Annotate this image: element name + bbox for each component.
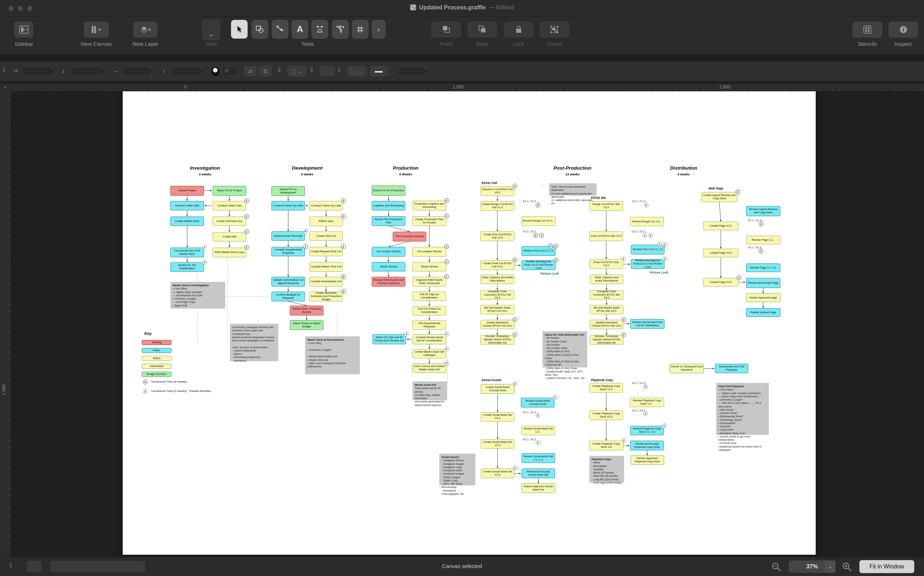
status-message: Canvas selected	[0, 563, 924, 569]
new-layer-label: New Layer	[133, 41, 158, 47]
inspect-button[interactable]: i	[889, 22, 918, 38]
flip-vertical-button[interactable]: ⇅	[259, 66, 272, 76]
stencils-label: Stencils	[858, 41, 877, 47]
x-position-field[interactable]	[22, 67, 55, 75]
rotation-field[interactable]: 0°	[222, 67, 238, 75]
format-bar: ⫴ ⇥ ⌃⌄ ⤓ ⌃⌄ ↔ ⌃⌄ ↕ ⌃⌄ 0° ⇄ ⇅ ⫴ ▢ ⌄ ⫴ ⫴ ⬚…	[0, 62, 924, 81]
text-tool-icon: A	[297, 24, 303, 34]
artboard-tool-button[interactable]	[352, 20, 369, 38]
height-field[interactable]	[172, 67, 204, 75]
fit-in-window-button[interactable]: Fit in Window	[859, 560, 914, 573]
vertical-ruler[interactable]: 1,000	[0, 91, 11, 557]
height-icon: ↕	[162, 67, 165, 74]
new-layer-button[interactable]	[134, 22, 157, 38]
selection-tool-button[interactable]	[231, 20, 248, 38]
formatbar-separator-2: ⫴	[310, 67, 315, 75]
status-bar: ⫴ Canvas selected 37% ⌄ Fit in Window	[0, 557, 924, 576]
front-label: Front	[440, 41, 452, 47]
sidebar-icon	[19, 26, 29, 34]
tools-label: Tools	[301, 41, 314, 47]
group-icon	[550, 25, 559, 34]
line-weight-control[interactable]	[370, 66, 387, 76]
selection-arrow-icon	[236, 25, 243, 33]
x-stepper[interactable]: ⌃⌄	[51, 67, 53, 75]
more-tools-chevron-icon: ›	[377, 25, 380, 34]
ruler-origin-marker: +	[0, 84, 11, 91]
back-label: Back	[476, 41, 488, 47]
y-position-icon: ⤓	[62, 67, 65, 74]
vertical-ruler-label: 1,000	[2, 384, 6, 395]
line-tool-button[interactable]	[272, 20, 288, 38]
style-well	[202, 19, 220, 40]
height-stepper[interactable]: ⌃⌄	[200, 67, 203, 75]
line-weight-stepper[interactable]: ⌃⌄	[388, 67, 390, 75]
flip-horizontal-button[interactable]: ⇄	[244, 66, 256, 76]
inspect-icon: i	[899, 25, 908, 34]
back-icon	[478, 25, 487, 34]
main-toolbar: Sidebar New Canvas New Layer Style A	[0, 17, 924, 54]
y-position-field[interactable]	[72, 67, 105, 75]
stencils-button[interactable]	[852, 22, 882, 38]
zoom-dropdown-chevron-icon[interactable]: ⌄	[825, 560, 836, 573]
zoom-out-icon[interactable]	[771, 562, 782, 573]
inspect-label: Inspect	[894, 41, 912, 47]
shape-tool-button[interactable]	[252, 20, 268, 38]
rotation-knob-icon[interactable]	[211, 67, 219, 76]
sidebar-label: Sidebar	[14, 41, 33, 47]
text-tool-button[interactable]: A	[292, 20, 308, 38]
width-stepper[interactable]: ⌃⌄	[150, 67, 153, 75]
front-icon	[441, 25, 451, 34]
line-tool-icon	[276, 25, 284, 33]
fill-style-dropdown[interactable]: ▢ ⌄	[287, 66, 306, 76]
fill-swatch-button[interactable]	[320, 66, 334, 76]
formatbar-separator-1: ⫴	[278, 67, 283, 75]
new-canvas-button[interactable]	[84, 22, 109, 38]
lock-label: Lock	[513, 41, 524, 47]
sidebar-button[interactable]	[14, 22, 33, 38]
edited-indicator: — Edited	[489, 4, 514, 10]
document-page[interactable]	[123, 91, 816, 555]
formatbar-separator-3: ⫴	[338, 67, 343, 75]
lock-button[interactable]	[504, 22, 533, 38]
formatbar-drag-handle[interactable]: ⫴	[3, 67, 8, 75]
group-label: Group	[547, 41, 562, 47]
x-position-icon: ⇥	[13, 67, 18, 74]
document-icon	[410, 4, 416, 10]
pen-tool-icon	[315, 25, 324, 33]
ruler-label: 2,000	[719, 85, 730, 90]
style-label: Style	[205, 41, 217, 47]
zoom-in-icon[interactable]	[842, 562, 852, 573]
more-tools-button[interactable]: ›	[372, 20, 385, 38]
point-editor-icon	[336, 25, 345, 33]
pen-tool-button[interactable]	[312, 20, 328, 38]
extra-stepper[interactable]: ⌃⌄	[424, 67, 427, 75]
title-bar: Updated Process.graffle — Edited	[0, 0, 924, 17]
new-layer-icon	[140, 25, 151, 34]
window-title: Updated Process.graffle — Edited	[0, 4, 924, 11]
width-field[interactable]	[122, 67, 155, 75]
new-canvas-label: New Canvas	[81, 41, 112, 47]
style-swatch-icon	[208, 34, 214, 38]
stencils-icon	[863, 25, 872, 34]
y-stepper[interactable]: ⌃⌄	[100, 67, 103, 75]
horizontal-ruler[interactable]: 01,0002,000	[11, 84, 924, 91]
svg-text:i: i	[903, 27, 904, 32]
front-button[interactable]	[431, 22, 461, 38]
stroke-style-dropdown[interactable]: ⬚ ⌄	[347, 66, 366, 76]
canvas-viewport[interactable]: Kickoff ProjectConduct Initial CallsCrea…	[11, 91, 924, 557]
artboard-tool-icon	[356, 25, 364, 33]
point-editor-tool-button[interactable]	[332, 20, 348, 38]
group-button[interactable]	[540, 22, 569, 38]
lock-icon	[515, 25, 522, 34]
new-canvas-icon	[91, 25, 102, 34]
shape-tool-icon	[256, 25, 264, 33]
back-button[interactable]	[467, 22, 497, 38]
width-icon: ↔	[113, 67, 118, 74]
